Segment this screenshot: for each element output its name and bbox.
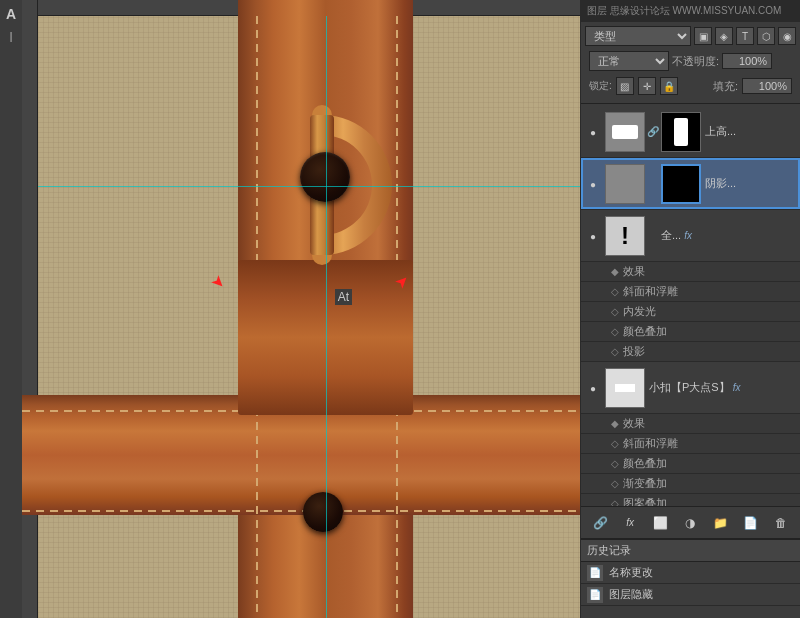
buckle-hole [300, 152, 350, 202]
eye-icon-shang [590, 125, 596, 139]
layers-controls: 类型 ▣ ◈ T ⬡ ◉ 正常 不透明度: 100% 锁定: [581, 22, 800, 101]
fx-badge-xiakou: fx [733, 382, 741, 393]
lock-row: 锁定: ▨ ✛ 🔒 填充: 100% [585, 75, 796, 97]
effect-item-xk-bevel: ◇ 斜面和浮雕 [581, 434, 800, 454]
effect-name-shadow: 投影 [623, 344, 645, 359]
delete-layer-btn[interactable]: 🗑 [770, 512, 792, 534]
name-xiakou: 小扣【P大点S】 fx [649, 380, 796, 395]
mask-white-shang [674, 118, 688, 146]
filter-adjust-btn[interactable]: ◈ [715, 27, 733, 45]
add-style-btn[interactable]: fx [619, 512, 641, 534]
effect-arrow-color: ◇ [611, 326, 619, 337]
blend-mode-dropdown[interactable]: 正常 [589, 51, 669, 71]
watermark-text: 图层 思缘设计论坛 WWW.MISSYUAN.COM [587, 4, 781, 18]
opacity-row: 不透明度: 100% [672, 53, 772, 69]
fill-label: 填充: [713, 79, 738, 94]
info-ying: 阴影... [705, 176, 796, 191]
eye-icon-xiakou [590, 381, 596, 395]
tool-text[interactable]: A [1, 4, 21, 24]
filter-pixel-btn[interactable]: ▣ [694, 27, 712, 45]
effect-arrow-xk-grad: ◇ [611, 478, 619, 489]
history-item-2[interactable]: 📄 图层隐藏 [581, 584, 800, 606]
lock-label: 锁定: [589, 79, 612, 93]
link-layers-btn[interactable]: 🔗 [589, 512, 611, 534]
add-group-btn[interactable]: 📁 [710, 512, 732, 534]
history-header: 历史记录 [581, 540, 800, 562]
stitch-bottom [22, 510, 580, 512]
layer-item-shang[interactable]: 🔗 上高... [581, 106, 800, 158]
add-adjustment-btn[interactable]: ◑ [679, 512, 701, 534]
effect-arrow-glow: ◇ [611, 306, 619, 317]
effect-arrow-xk-pattern: ◇ [611, 498, 619, 506]
link-ying [649, 164, 657, 204]
effect-name-glow: 内发光 [623, 304, 656, 319]
effect-item-quan-color: ◇ 颜色叠加 [581, 322, 800, 342]
tool-item2[interactable]: | [1, 26, 21, 46]
info-shang: 上高... [705, 124, 796, 139]
effect-item-quan-shadow: ◇ 投影 [581, 342, 800, 362]
effect-name-xk-pattern: 图案叠加 [623, 496, 667, 506]
history-text-1: 名称更改 [609, 565, 653, 580]
effect-name-xk-bevel: 斜面和浮雕 [623, 436, 678, 451]
name-quan: 全... fx [661, 228, 796, 243]
effect-item-xk-title: ◆ 效果 [581, 414, 800, 434]
blend-row: 正常 不透明度: 100% [585, 49, 796, 73]
thumb-checker-ying [606, 165, 644, 203]
add-layer-btn[interactable]: 📄 [740, 512, 762, 534]
history-text-2: 图层隐藏 [609, 587, 653, 602]
fill-value[interactable]: 100% [742, 78, 792, 94]
filter-smart-btn[interactable]: ◉ [778, 27, 796, 45]
bottom-hole [303, 492, 343, 532]
ruler-vertical [22, 0, 38, 618]
effect-name-xk: 效果 [623, 416, 645, 431]
effect-item-xk-grad: ◇ 渐变叠加 [581, 474, 800, 494]
type-dropdown[interactable]: 类型 [585, 26, 691, 46]
effect-name-quan: 效果 [623, 264, 645, 279]
layer-item-xiakou[interactable]: 小扣【P大点S】 fx [581, 362, 800, 414]
effect-item-quan-title: ◆ 效果 [581, 262, 800, 282]
fx-badge-quan: fx [684, 230, 692, 241]
add-mask-btn[interactable]: ⬜ [649, 512, 671, 534]
opacity-label: 不透明度: [672, 54, 719, 69]
effect-arrow-quan: ◆ [611, 266, 619, 277]
history-title: 历史记录 [587, 544, 631, 556]
lock-all-btn[interactable]: 🔒 [660, 77, 678, 95]
thumb-white-shang [612, 125, 638, 139]
effect-arrow-shadow: ◇ [611, 346, 619, 357]
effect-arrow-xk: ◆ [611, 418, 619, 429]
effect-item-quan-glow: ◇ 内发光 [581, 302, 800, 322]
exclaim-quan: ! [621, 222, 629, 250]
layers-list[interactable]: 🔗 上高... 阴影... [581, 106, 800, 506]
opacity-value[interactable]: 100% [722, 53, 772, 69]
name-ying: 阴影... [705, 176, 796, 191]
visibility-ying[interactable] [585, 176, 601, 192]
history-icon-1: 📄 [587, 565, 603, 581]
effect-name-xk-grad: 渐变叠加 [623, 476, 667, 491]
thumb-xiakou [605, 368, 645, 408]
visibility-shang[interactable] [585, 124, 601, 140]
visibility-xiakou[interactable] [585, 380, 601, 396]
thumb-shang [605, 112, 645, 152]
layers-bottom: 🔗 fx ⬜ ◑ 📁 📄 🗑 [581, 506, 800, 538]
eye-icon-quan [590, 229, 596, 243]
effect-arrow-xk-bevel: ◇ [611, 438, 619, 449]
left-toolbar: A | [0, 0, 22, 618]
filter-text-btn[interactable]: T [736, 27, 754, 45]
filter-shape-btn[interactable]: ⬡ [757, 27, 775, 45]
guide-vertical [326, 16, 327, 618]
history-item-1[interactable]: 📄 名称更改 [581, 562, 800, 584]
lock-move-btn[interactable]: ✛ [638, 77, 656, 95]
thumb-quan: ! [605, 216, 645, 256]
lock-pixel-btn[interactable]: ▨ [616, 77, 634, 95]
thumb-ying [605, 164, 645, 204]
eye-icon-ying [590, 177, 596, 191]
thumb-white-xiakou [615, 384, 635, 392]
layer-item-ying[interactable]: 阴影... [581, 158, 800, 210]
visibility-quan[interactable] [585, 228, 601, 244]
canvas-wrapper: ➤ ➤ [22, 0, 580, 618]
name-shang: 上高... [705, 124, 796, 139]
effect-name-color: 颜色叠加 [623, 324, 667, 339]
effect-name-bevel: 斜面和浮雕 [623, 284, 678, 299]
layer-item-quan[interactable]: ! 全... fx [581, 210, 800, 262]
link-shang: 🔗 [649, 112, 657, 152]
